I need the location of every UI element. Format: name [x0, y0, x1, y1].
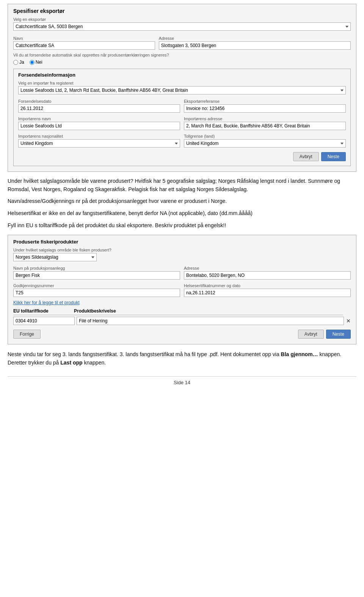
exporter-ref-label: Eksportørreferanse: [184, 99, 346, 104]
footer-text-p1: Neste vindu tar for seg 3. lands fangsts…: [8, 351, 281, 357]
product-row: ✕: [13, 317, 351, 325]
next-button-2[interactable]: Neste: [326, 330, 351, 339]
sales-area-select[interactable]: Norges Sildesalgslag: [13, 253, 97, 261]
product-code-input[interactable]: [13, 317, 75, 325]
cancel-button[interactable]: Avbryt: [293, 152, 319, 161]
exporter-panel-title: Spesifiser eksportør: [13, 8, 351, 14]
footer-text-p3: knappen.: [83, 360, 106, 366]
radio-group: Ja Nei: [13, 60, 351, 65]
production-site-label: Navn på produksjonsanlegg: [13, 266, 180, 270]
customs-border-label: Tollgrense (land): [184, 134, 346, 138]
col-desc-header: Produktbeskrivelse: [74, 308, 343, 315]
body-text-section: Under hvilket salgslagsområde ble varene…: [8, 177, 356, 229]
add-product-link[interactable]: Klikk her for å legge til et produkt: [13, 300, 80, 305]
footer-bold2: Last opp: [60, 360, 82, 366]
importer-address-label: Importørens adresse: [184, 116, 346, 121]
body-p3: Helsesertifikat er ikke en del av fangst…: [8, 209, 356, 218]
address-label: Adresse: [159, 36, 351, 41]
shipment-title: Forsendelseinformasjon: [18, 72, 346, 78]
exporter-ref-input[interactable]: [184, 104, 346, 113]
health-cert-input[interactable]: [184, 289, 351, 297]
importer-nationality-select[interactable]: United Kingdom: [18, 139, 180, 148]
page-number: Side 14: [174, 380, 190, 385]
radio-ja-input[interactable]: [13, 60, 18, 65]
products-panel: Produserte fiskeriprodukter Under hvilke…: [8, 235, 356, 344]
customs-border-select[interactable]: United Kingdom: [184, 139, 346, 148]
address-input[interactable]: [159, 41, 351, 50]
body-p2: Navn/adresse/Godkjennings nr på det prod…: [8, 197, 356, 206]
production-address-input[interactable]: [184, 271, 351, 280]
exporter-select[interactable]: Catchcertificate SA, 5003 Bergen: [13, 22, 351, 31]
exporter-select-label: Velg en eksportør: [13, 17, 351, 22]
shipment-date-label: Forsendelsesdato: [18, 99, 180, 104]
importer-nationality-label: Importørens nasjonalitet: [18, 134, 180, 138]
radio-nei[interactable]: Nei: [30, 60, 42, 65]
radio-ja[interactable]: Ja: [13, 60, 24, 65]
page-footer: Side 14: [8, 376, 356, 385]
importer-select-label: Velg en importør fra registeret: [18, 81, 346, 85]
importer-name-label: Importørens navn: [18, 116, 180, 121]
production-address-label: Adresse: [184, 266, 351, 270]
footer-text: Neste vindu tar for seg 3. lands fangsts…: [8, 350, 356, 367]
approval-number-input[interactable]: [13, 289, 180, 297]
shipment-section: Forsendelseinformasjon Velg en importør …: [13, 69, 351, 166]
sales-area-label: Under hvilket salgslags område ble fiske…: [13, 248, 351, 252]
importer-select[interactable]: Lossie Seafoods Ltd, 2, March Rd East, B…: [18, 86, 346, 94]
name-input[interactable]: [13, 41, 155, 50]
footer-bold1: Bla gjennom…: [281, 351, 318, 357]
name-label: Navn: [13, 36, 155, 41]
cancel-button-2[interactable]: Avbryt: [298, 330, 324, 339]
footer-p: Neste vindu tar for seg 3. lands fangsts…: [8, 350, 356, 367]
approval-number-label: Godkjenningsnummer: [13, 283, 180, 288]
production-site-input[interactable]: [13, 271, 180, 280]
products-panel-title: Produserte fiskeriprodukter: [13, 239, 351, 245]
shipment-date-input[interactable]: [18, 104, 180, 113]
radio-ja-label: Ja: [19, 60, 24, 65]
importer-name-input[interactable]: [18, 122, 180, 130]
product-remove-icon[interactable]: ✕: [346, 318, 351, 324]
product-table-header: EU tolltariffkode Produktbeskrivelse: [13, 308, 351, 315]
body-p4: Fyll inn EU s tolltariffkode på det prod…: [8, 222, 356, 230]
exporter-panel: Spesifiser eksportør Velg en eksportør C…: [8, 4, 356, 172]
body-p1: Under hvilket salgslagsområde ble varene…: [8, 177, 356, 193]
next-button[interactable]: Neste: [321, 152, 346, 161]
prev-button[interactable]: Forrige: [13, 330, 41, 339]
auto-create-label: Vil du at forsendelse automatisk skal op…: [13, 53, 351, 57]
radio-nei-label: Nei: [36, 60, 42, 65]
importer-address-input[interactable]: [184, 122, 346, 130]
product-desc-input[interactable]: [77, 317, 344, 325]
col-code-header: EU tolltariffkode: [13, 308, 74, 315]
radio-nei-input[interactable]: [30, 60, 35, 65]
health-cert-label: Helsesertifikatnummer og dato: [184, 283, 351, 288]
